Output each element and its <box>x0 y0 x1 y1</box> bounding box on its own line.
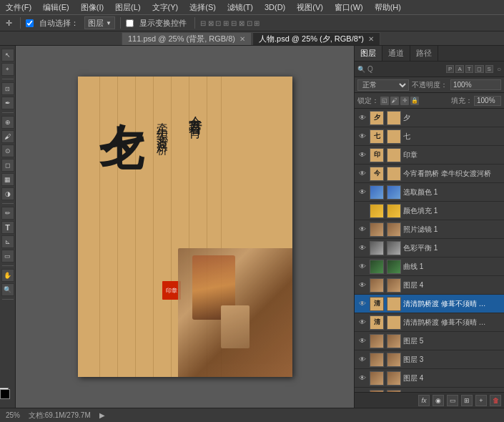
layer-item-4[interactable]: 👁 选取颜色 1 <box>355 183 504 202</box>
new-layer-button[interactable]: + <box>475 395 487 406</box>
layer-name-8: 曲线 1 <box>403 262 492 272</box>
new-fill-button[interactable]: ▭ <box>447 395 458 406</box>
tool-lasso[interactable]: ⌖ <box>1 63 14 76</box>
layer-item-14[interactable]: 👁 图层 4 <box>355 369 504 388</box>
menu-image[interactable]: 图像(I) <box>78 2 107 13</box>
document-canvas[interactable]: 七夕 牵牛织女渡河桥 今宵看君宵 印章 <box>78 77 292 377</box>
menu-select[interactable]: 选择(S) <box>187 2 219 13</box>
menu-filter[interactable]: 滤镜(T) <box>224 2 256 13</box>
menu-3d[interactable]: 3D(D) <box>262 3 288 11</box>
tab-0[interactable]: 111.psd @ 25% (背景, RGB/8) ✕ <box>122 32 252 45</box>
layer-item-8[interactable]: 👁 曲线 1 <box>355 257 504 276</box>
tool-type[interactable]: T <box>1 221 14 234</box>
filter-smart[interactable]: S <box>485 65 493 73</box>
layer-vis-3[interactable]: 👁 <box>357 169 367 179</box>
tab-1[interactable]: 人物.psd @ 25% (夕, RGB/8*) ✕ <box>252 32 380 45</box>
filter-adjust[interactable]: A <box>455 65 463 73</box>
layer-item-10[interactable]: 👁 清 清清鹊桥渡 修葺不须晴 是得一页... <box>355 295 504 313</box>
tool-path[interactable]: ⊾ <box>1 235 14 248</box>
lock-image[interactable]: 🖌 <box>390 97 399 105</box>
layer-vis-1[interactable]: 👁 <box>357 132 367 142</box>
tool-dodge[interactable]: ◑ <box>1 187 14 200</box>
opacity-value-display[interactable]: 100% <box>450 79 501 90</box>
layer-item-12[interactable]: 👁 图层 5 <box>355 332 504 350</box>
tab-0-close[interactable]: ✕ <box>239 35 245 43</box>
tab-layers[interactable]: 图层 <box>355 46 382 61</box>
tab-paths[interactable]: 路径 <box>410 46 438 61</box>
menu-view[interactable]: 视图(V) <box>294 2 326 13</box>
layer-item-3[interactable]: 👁 今 今宵看鹊桥 牵牛织女渡河桥 <box>355 165 504 183</box>
filter-toggle[interactable]: ○ <box>497 65 501 73</box>
tool-eyedropper[interactable]: ✒ <box>1 97 14 109</box>
layer-vis-10[interactable]: 👁 <box>357 299 367 309</box>
layer-vis-8[interactable]: 👁 <box>357 262 367 272</box>
status-arrow[interactable]: ▶ <box>99 411 105 419</box>
tab-channels[interactable]: 通道 <box>382 46 410 61</box>
layer-vis-4[interactable]: 👁 <box>357 187 367 197</box>
layer-item-7[interactable]: 👁 色彩平衡 1 <box>355 239 504 257</box>
bamboo-line-5 <box>171 77 172 377</box>
layer-vis-11[interactable]: 👁 <box>357 318 367 328</box>
menu-file[interactable]: 文件(F) <box>3 2 34 13</box>
lock-transparent[interactable]: ◱ <box>380 97 389 105</box>
fill-value-display[interactable]: 100% <box>474 96 501 106</box>
tool-gradient[interactable]: ▦ <box>1 173 14 186</box>
layer-vis-6[interactable]: 👁 <box>357 225 367 235</box>
layer-vis-14[interactable]: 👁 <box>357 373 367 383</box>
tool-brush[interactable]: 🖌 <box>1 130 14 143</box>
filter-type[interactable]: T <box>465 65 473 73</box>
lock-all[interactable]: 🔒 <box>410 97 419 105</box>
layer-vis-0[interactable]: 👁 <box>357 113 367 123</box>
blend-mode-select[interactable]: 正常 <box>357 79 409 91</box>
canvas-area[interactable]: 七夕 牵牛织女渡河桥 今宵看君宵 印章 <box>16 46 354 408</box>
bamboo-line-1 <box>99 77 100 377</box>
tab-1-close[interactable]: ✕ <box>368 35 374 43</box>
fx-button[interactable]: fx <box>418 395 430 406</box>
filter-pixel[interactable]: P <box>446 65 454 73</box>
layers-list[interactable]: 👁 夕 夕 👁 七 七 👁 印 印章 👁 今 今宵看鹊桥 牵牛织女渡河桥 👁 <box>355 109 504 392</box>
tool-hand[interactable]: ✋ <box>1 269 14 282</box>
foreground-color-swatch[interactable] <box>0 389 10 399</box>
layer-vis-2[interactable]: 👁 <box>357 150 367 160</box>
move-tool-icon[interactable]: ✛ <box>3 18 15 29</box>
tool-shape[interactable]: ▭ <box>1 250 14 262</box>
toolbar-separator <box>20 17 21 29</box>
auto-select-checkbox[interactable] <box>26 19 34 27</box>
menu-help[interactable]: 帮助(H) <box>372 2 404 13</box>
menu-layer[interactable]: 图层(L) <box>112 2 143 13</box>
add-mask-button[interactable]: ◉ <box>433 395 444 406</box>
lock-position[interactable]: ✛ <box>400 97 409 105</box>
menu-window[interactable]: 窗口(W) <box>332 2 366 13</box>
tool-heal[interactable]: ⊕ <box>1 116 14 129</box>
menu-edit[interactable]: 编辑(E) <box>40 2 72 13</box>
figure-lower <box>221 305 249 348</box>
layer-vis-7[interactable]: 👁 <box>357 243 367 253</box>
layer-item-6[interactable]: 👁 照片滤镜 1 <box>355 220 504 239</box>
layer-item-9[interactable]: 👁 图层 4 <box>355 276 504 295</box>
filter-shape[interactable]: ◻ <box>475 65 484 73</box>
layer-vis-12[interactable]: 👁 <box>357 336 367 346</box>
tool-crop[interactable]: ⊡ <box>1 82 14 95</box>
layer-vis-13[interactable]: 👁 <box>357 355 367 365</box>
layer-thumb2-8 <box>387 260 401 274</box>
menu-type[interactable]: 文字(Y) <box>149 2 182 13</box>
new-group-button[interactable]: ⊞ <box>461 395 473 406</box>
tool-zoom[interactable]: 🔍 <box>1 283 14 296</box>
auto-select-label: 自动选择： <box>36 17 81 29</box>
tool-pen[interactable]: ✏ <box>1 207 14 220</box>
layer-item-1[interactable]: 👁 七 七 <box>355 127 504 146</box>
tool-eraser[interactable]: ◻ <box>1 159 14 172</box>
auto-select-dropdown[interactable]: 图层 ▼ <box>84 16 115 29</box>
layer-item-5[interactable]: 颜色填充 1 <box>355 202 504 220</box>
delete-layer-button[interactable]: 🗑 <box>490 395 501 406</box>
layer-item-2[interactable]: 👁 印 印章 <box>355 146 504 165</box>
layer-item-0[interactable]: 👁 夕 夕 <box>355 109 504 127</box>
tool-clone[interactable]: ⊙ <box>1 144 14 157</box>
layer-item-13[interactable]: 👁 图层 3 <box>355 350 504 369</box>
layer-vis-9[interactable]: 👁 <box>357 280 367 290</box>
status-bar: 25% 文档:69.1M/279.7M ▶ <box>0 408 504 422</box>
tool-select[interactable]: ↖ <box>1 49 14 62</box>
layer-vis-5[interactable] <box>357 206 367 216</box>
layer-item-11[interactable]: 👁 清 清清鹊桥渡 修葺不须晴 是得一人... <box>355 313 504 332</box>
transform-checkbox[interactable] <box>126 19 134 27</box>
